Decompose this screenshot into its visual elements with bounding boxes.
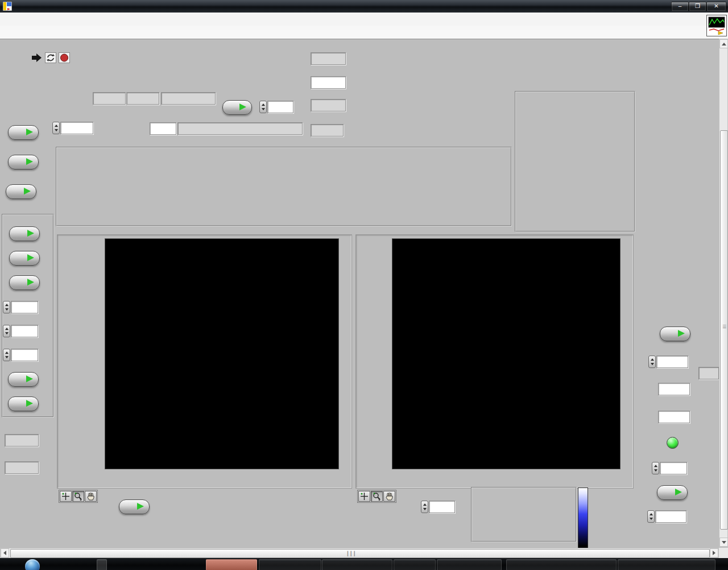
run-button[interactable] [31, 53, 42, 63]
zero-pi-button[interactable] [9, 275, 40, 290]
epri-reset-button[interactable] [8, 372, 39, 387]
minimize-button[interactable]: – [671, 2, 689, 11]
record-size-value[interactable] [267, 101, 293, 113]
zoom-tool-button[interactable] [371, 491, 383, 502]
intensity-graph-palette [357, 490, 396, 503]
bit-shift-hi-value[interactable] [11, 349, 38, 361]
pan-tool-button[interactable] [85, 491, 97, 502]
cursor-tool-button[interactable] [358, 491, 370, 502]
raid-drive-value[interactable] [150, 122, 176, 135]
process-value[interactable] [658, 411, 690, 423]
length-value[interactable] [660, 462, 687, 474]
hi-sync-led [667, 437, 679, 449]
hi-on-button[interactable] [660, 327, 690, 341]
length-spinner[interactable] [652, 462, 659, 474]
waveform-graph-palette [59, 490, 98, 503]
fraction-value [126, 92, 159, 105]
hi-presums-value[interactable] [11, 325, 38, 337]
record-button[interactable] [222, 100, 252, 115]
reload-fpga-button[interactable] [8, 155, 39, 170]
flush-fifo-button[interactable] [6, 184, 36, 199]
bit-shift-value[interactable] [11, 301, 38, 313]
atten1-value[interactable] [311, 76, 346, 89]
radar-on-button[interactable] [9, 226, 40, 241]
scrollbar-corner [719, 548, 728, 558]
vi-icon [706, 15, 727, 36]
echo-channel-value[interactable] [429, 501, 455, 513]
labview-app-icon [3, 2, 12, 11]
amplitude-mode-value[interactable] [658, 383, 690, 395]
reset-button[interactable] [657, 485, 688, 500]
scale-legend [471, 487, 577, 542]
bins-spinner[interactable] [647, 510, 655, 523]
cpu-time-value [93, 92, 126, 105]
sample-rate-value[interactable] [60, 122, 93, 134]
title-bar[interactable]: – ❐ ✕ [0, 0, 728, 13]
taskbar-app[interactable] [322, 559, 392, 570]
colorbar [578, 488, 588, 549]
sum-button[interactable] [119, 499, 150, 514]
taskbar-app[interactable] [259, 559, 321, 570]
screen: { "window": { "title": "main4v9_8_ch_DC8… [0, 0, 728, 570]
queue-max-value [311, 99, 346, 111]
taskbar-app[interactable] [437, 559, 502, 570]
bins-value[interactable] [655, 510, 686, 523]
start-orb[interactable] [25, 559, 40, 570]
waveform-data-group [56, 147, 512, 226]
taskbar-app[interactable] [394, 559, 436, 570]
taskbar-app[interactable] [618, 559, 715, 570]
taskbar-app[interactable] [506, 559, 617, 570]
cursor-tool-button[interactable] [60, 491, 72, 502]
horizontal-scrollbar[interactable]: ┃┃┃ [0, 548, 719, 558]
fpga-status-group [515, 91, 635, 232]
taskbar-icon[interactable] [97, 559, 107, 570]
dma-max-value [311, 124, 344, 137]
seconds-value [161, 92, 216, 105]
wave-display-value[interactable] [656, 356, 688, 368]
windows-taskbar[interactable] [0, 558, 728, 570]
wave-display-spinner[interactable] [648, 356, 656, 368]
close-button[interactable]: ✕ [706, 2, 726, 11]
record-size-spinner[interactable] [259, 101, 267, 113]
abort-button[interactable] [59, 52, 70, 63]
restore-button[interactable]: ❐ [689, 2, 706, 11]
reset-timing-button[interactable] [8, 125, 39, 140]
raid-file-value [177, 122, 303, 135]
bit-shift-spinner[interactable] [3, 301, 10, 313]
altitude-value [698, 367, 719, 379]
horizontal-scrollbar-thumb[interactable]: ┃┃┃ [10, 549, 710, 558]
hi-presums-spinner[interactable] [3, 325, 10, 337]
load-seconds-button[interactable] [8, 396, 39, 411]
bit-shift-hi-spinner[interactable] [3, 349, 10, 361]
toolbar [0, 26, 728, 39]
run-continuous-button[interactable] [45, 52, 56, 63]
atten0-value [311, 52, 346, 65]
zoom-tool-button[interactable] [72, 491, 84, 502]
pan-tool-button[interactable] [383, 491, 395, 502]
bit-shift-actual-value [5, 434, 39, 447]
hi-shift-actual-value [5, 461, 39, 474]
taskbar-app-highlight[interactable] [206, 559, 257, 570]
intensity-plot[interactable] [392, 239, 619, 468]
echo-channel-spinner[interactable] [421, 501, 428, 513]
sample-rate-spinner[interactable] [52, 122, 60, 134]
menu-bar [0, 13, 728, 26]
fpga-fifo-on-button[interactable] [9, 251, 40, 266]
fpga-control-group [2, 214, 54, 418]
vertical-scrollbar-thumb[interactable]: ☰ [720, 130, 728, 530]
increments-cluster [341, 39, 506, 129]
waveform-plot[interactable] [105, 239, 337, 468]
vertical-scrollbar[interactable]: ☰ [719, 39, 728, 547]
